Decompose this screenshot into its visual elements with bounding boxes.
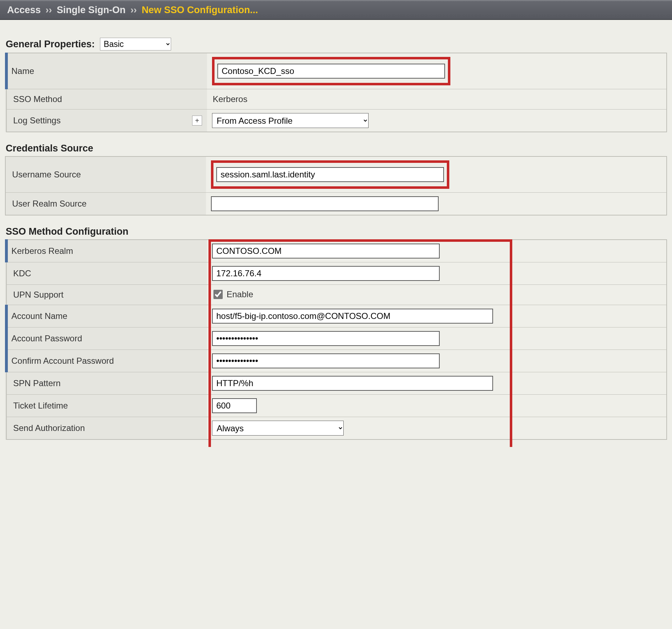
breadcrumb-item-current: New SSO Configuration...: [142, 5, 258, 15]
breadcrumb-item-access[interactable]: Access: [7, 5, 41, 15]
highlight-username-source: [211, 160, 449, 189]
label-account-password: Account Password: [11, 334, 82, 343]
log-settings-select[interactable]: From Access Profile: [212, 113, 369, 128]
label-confirm-password: Confirm Account Password: [11, 356, 114, 366]
label-sso-method: SSO Method: [13, 94, 62, 104]
section-header-creds: Credentials Source: [6, 143, 667, 154]
upn-support-checkbox-label: Enable: [227, 289, 253, 299]
row-sso-method: SSO Method Kerberos: [6, 89, 667, 110]
add-log-setting-button[interactable]: +: [192, 116, 202, 126]
account-password-input[interactable]: [212, 331, 440, 346]
label-name: Name: [11, 66, 34, 76]
label-username-source: Username Source: [12, 170, 81, 179]
row-user-realm-source: User Realm Source: [5, 193, 667, 215]
row-ticket-lifetime: Ticket Lifetime: [6, 395, 667, 417]
label-spn-pattern: SPN Pattern: [13, 378, 60, 388]
highlight-name: [212, 57, 450, 85]
breadcrumb-separator: ››: [43, 5, 54, 15]
spn-pattern-input[interactable]: [212, 376, 493, 391]
label-send-authorization: Send Authorization: [13, 423, 85, 433]
general-properties-table: Name SSO Method Kerberos Log Settings + …: [5, 53, 667, 132]
section-header-sso-config: SSO Method Configuration: [6, 226, 667, 237]
section-title-creds: Credentials Source: [6, 143, 93, 154]
breadcrumb: Access ›› Single Sign-On ›› New SSO Conf…: [0, 0, 672, 20]
row-confirm-password: Confirm Account Password: [6, 350, 667, 372]
send-authorization-select[interactable]: Always: [212, 421, 344, 436]
label-kerberos-realm: Kerberos Realm: [11, 246, 73, 256]
kerberos-realm-input[interactable]: [212, 244, 440, 258]
ticket-lifetime-input[interactable]: [212, 398, 257, 413]
breadcrumb-item-sso[interactable]: Single Sign-On: [57, 5, 126, 15]
credentials-source-table: Username Source User Realm Source: [5, 156, 667, 215]
section-title-sso-config: SSO Method Configuration: [6, 226, 128, 237]
row-kerberos-realm: Kerberos Realm: [6, 240, 667, 262]
row-name: Name: [6, 53, 667, 89]
row-spn-pattern: SPN Pattern: [6, 372, 667, 395]
label-kdc: KDC: [13, 268, 31, 278]
user-realm-source-input[interactable]: [211, 196, 439, 211]
account-name-input[interactable]: [212, 309, 493, 324]
breadcrumb-separator: ››: [128, 5, 139, 15]
label-account-name: Account Name: [11, 311, 67, 321]
label-user-realm-source: User Realm Source: [12, 199, 86, 208]
row-kdc: KDC: [6, 262, 667, 285]
row-account-name: Account Name: [6, 305, 667, 327]
username-source-input[interactable]: [216, 167, 444, 182]
upn-support-checkbox[interactable]: [213, 290, 223, 299]
name-input[interactable]: [217, 64, 445, 79]
label-log-settings: Log Settings: [13, 116, 60, 126]
row-send-authorization: Send Authorization Always: [6, 417, 667, 440]
row-upn-support: UPN Support Enable: [6, 285, 667, 305]
value-sso-method: Kerberos: [212, 94, 247, 104]
kdc-input[interactable]: [212, 266, 440, 281]
sso-config-table: Kerberos Realm KDC UPN Support Enable Ac…: [5, 239, 667, 440]
label-ticket-lifetime: Ticket Lifetime: [13, 401, 68, 410]
confirm-password-input[interactable]: [212, 353, 440, 368]
row-account-password: Account Password: [6, 327, 667, 350]
row-log-settings: Log Settings + From Access Profile: [6, 110, 667, 132]
label-upn-support: UPN Support: [13, 290, 63, 299]
section-title-general: General Properties:: [6, 39, 95, 50]
row-username-source: Username Source: [5, 156, 667, 193]
mode-select[interactable]: Basic: [100, 38, 171, 50]
section-header-general: General Properties: Basic: [6, 38, 667, 50]
